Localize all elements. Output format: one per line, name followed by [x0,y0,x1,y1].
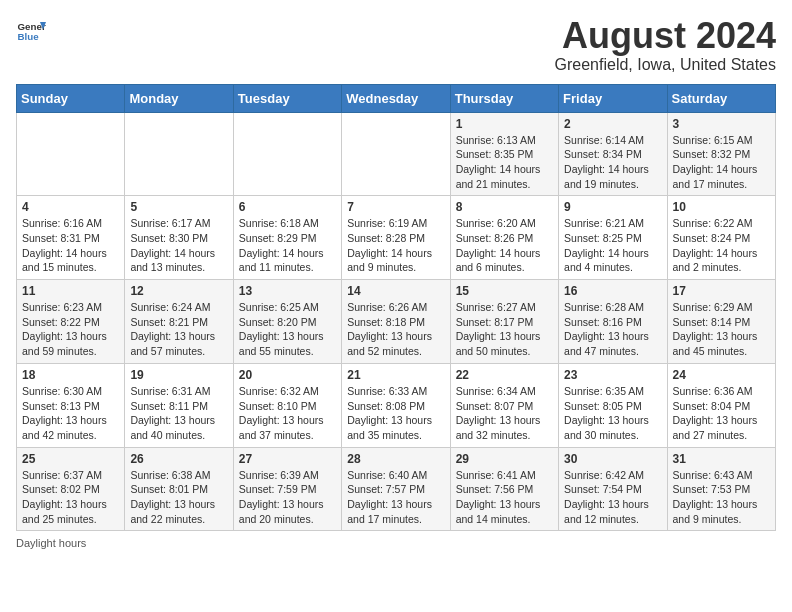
day-header-wednesday: Wednesday [342,84,450,112]
day-number: 7 [347,200,444,214]
day-number: 23 [564,368,661,382]
day-number: 9 [564,200,661,214]
day-number: 13 [239,284,336,298]
day-info: Sunrise: 6:19 AM Sunset: 8:28 PM Dayligh… [347,216,444,275]
day-info: Sunrise: 6:42 AM Sunset: 7:54 PM Dayligh… [564,468,661,527]
day-number: 21 [347,368,444,382]
day-number: 5 [130,200,227,214]
calendar-cell: 9Sunrise: 6:21 AM Sunset: 8:25 PM Daylig… [559,196,667,280]
day-info: Sunrise: 6:24 AM Sunset: 8:21 PM Dayligh… [130,300,227,359]
day-header-tuesday: Tuesday [233,84,341,112]
calendar-cell: 5Sunrise: 6:17 AM Sunset: 8:30 PM Daylig… [125,196,233,280]
day-number: 30 [564,452,661,466]
day-info: Sunrise: 6:16 AM Sunset: 8:31 PM Dayligh… [22,216,119,275]
day-info: Sunrise: 6:39 AM Sunset: 7:59 PM Dayligh… [239,468,336,527]
calendar-cell: 22Sunrise: 6:34 AM Sunset: 8:07 PM Dayli… [450,363,558,447]
day-info: Sunrise: 6:36 AM Sunset: 8:04 PM Dayligh… [673,384,770,443]
calendar-cell: 3Sunrise: 6:15 AM Sunset: 8:32 PM Daylig… [667,112,775,196]
day-info: Sunrise: 6:18 AM Sunset: 8:29 PM Dayligh… [239,216,336,275]
day-number: 10 [673,200,770,214]
day-header-saturday: Saturday [667,84,775,112]
day-info: Sunrise: 6:37 AM Sunset: 8:02 PM Dayligh… [22,468,119,527]
day-info: Sunrise: 6:21 AM Sunset: 8:25 PM Dayligh… [564,216,661,275]
calendar-cell: 7Sunrise: 6:19 AM Sunset: 8:28 PM Daylig… [342,196,450,280]
day-number: 4 [22,200,119,214]
calendar-cell: 23Sunrise: 6:35 AM Sunset: 8:05 PM Dayli… [559,363,667,447]
day-info: Sunrise: 6:27 AM Sunset: 8:17 PM Dayligh… [456,300,553,359]
day-header-friday: Friday [559,84,667,112]
day-info: Sunrise: 6:23 AM Sunset: 8:22 PM Dayligh… [22,300,119,359]
day-number: 16 [564,284,661,298]
day-info: Sunrise: 6:29 AM Sunset: 8:14 PM Dayligh… [673,300,770,359]
logo: General Blue [16,16,46,46]
day-number: 22 [456,368,553,382]
day-number: 25 [22,452,119,466]
calendar-cell: 27Sunrise: 6:39 AM Sunset: 7:59 PM Dayli… [233,447,341,531]
calendar-cell: 16Sunrise: 6:28 AM Sunset: 8:16 PM Dayli… [559,280,667,364]
day-number: 6 [239,200,336,214]
calendar-cell: 4Sunrise: 6:16 AM Sunset: 8:31 PM Daylig… [17,196,125,280]
day-info: Sunrise: 6:41 AM Sunset: 7:56 PM Dayligh… [456,468,553,527]
calendar-week-2: 4Sunrise: 6:16 AM Sunset: 8:31 PM Daylig… [17,196,776,280]
subtitle: Greenfield, Iowa, United States [555,56,776,74]
logo-icon: General Blue [16,16,46,46]
calendar-week-4: 18Sunrise: 6:30 AM Sunset: 8:13 PM Dayli… [17,363,776,447]
day-info: Sunrise: 6:35 AM Sunset: 8:05 PM Dayligh… [564,384,661,443]
calendar-cell: 21Sunrise: 6:33 AM Sunset: 8:08 PM Dayli… [342,363,450,447]
svg-text:Blue: Blue [18,31,40,42]
day-info: Sunrise: 6:34 AM Sunset: 8:07 PM Dayligh… [456,384,553,443]
calendar-cell [342,112,450,196]
calendar-cell: 15Sunrise: 6:27 AM Sunset: 8:17 PM Dayli… [450,280,558,364]
calendar-cell [17,112,125,196]
day-number: 1 [456,117,553,131]
day-info: Sunrise: 6:14 AM Sunset: 8:34 PM Dayligh… [564,133,661,192]
day-info: Sunrise: 6:38 AM Sunset: 8:01 PM Dayligh… [130,468,227,527]
calendar-week-5: 25Sunrise: 6:37 AM Sunset: 8:02 PM Dayli… [17,447,776,531]
day-number: 19 [130,368,227,382]
day-number: 31 [673,452,770,466]
day-info: Sunrise: 6:15 AM Sunset: 8:32 PM Dayligh… [673,133,770,192]
day-info: Sunrise: 6:28 AM Sunset: 8:16 PM Dayligh… [564,300,661,359]
calendar-cell [233,112,341,196]
day-info: Sunrise: 6:30 AM Sunset: 8:13 PM Dayligh… [22,384,119,443]
footer-label: Daylight hours [16,537,776,549]
calendar-cell: 10Sunrise: 6:22 AM Sunset: 8:24 PM Dayli… [667,196,775,280]
calendar-cell: 19Sunrise: 6:31 AM Sunset: 8:11 PM Dayli… [125,363,233,447]
day-number: 12 [130,284,227,298]
calendar-cell: 8Sunrise: 6:20 AM Sunset: 8:26 PM Daylig… [450,196,558,280]
page-header: General Blue August 2024 Greenfield, Iow… [16,16,776,74]
main-title: August 2024 [555,16,776,56]
calendar-header-row: SundayMondayTuesdayWednesdayThursdayFrid… [17,84,776,112]
day-number: 27 [239,452,336,466]
calendar-cell [125,112,233,196]
calendar-cell: 25Sunrise: 6:37 AM Sunset: 8:02 PM Dayli… [17,447,125,531]
day-number: 17 [673,284,770,298]
day-number: 20 [239,368,336,382]
calendar-cell: 2Sunrise: 6:14 AM Sunset: 8:34 PM Daylig… [559,112,667,196]
day-info: Sunrise: 6:22 AM Sunset: 8:24 PM Dayligh… [673,216,770,275]
day-number: 14 [347,284,444,298]
calendar-cell: 17Sunrise: 6:29 AM Sunset: 8:14 PM Dayli… [667,280,775,364]
calendar-cell: 28Sunrise: 6:40 AM Sunset: 7:57 PM Dayli… [342,447,450,531]
calendar-cell: 13Sunrise: 6:25 AM Sunset: 8:20 PM Dayli… [233,280,341,364]
day-info: Sunrise: 6:43 AM Sunset: 7:53 PM Dayligh… [673,468,770,527]
calendar-cell: 29Sunrise: 6:41 AM Sunset: 7:56 PM Dayli… [450,447,558,531]
day-info: Sunrise: 6:31 AM Sunset: 8:11 PM Dayligh… [130,384,227,443]
day-number: 29 [456,452,553,466]
day-number: 3 [673,117,770,131]
calendar-cell: 14Sunrise: 6:26 AM Sunset: 8:18 PM Dayli… [342,280,450,364]
day-info: Sunrise: 6:20 AM Sunset: 8:26 PM Dayligh… [456,216,553,275]
calendar-cell: 11Sunrise: 6:23 AM Sunset: 8:22 PM Dayli… [17,280,125,364]
day-number: 8 [456,200,553,214]
calendar-week-3: 11Sunrise: 6:23 AM Sunset: 8:22 PM Dayli… [17,280,776,364]
day-number: 18 [22,368,119,382]
day-info: Sunrise: 6:32 AM Sunset: 8:10 PM Dayligh… [239,384,336,443]
day-number: 2 [564,117,661,131]
day-number: 28 [347,452,444,466]
day-header-sunday: Sunday [17,84,125,112]
calendar-cell: 12Sunrise: 6:24 AM Sunset: 8:21 PM Dayli… [125,280,233,364]
day-header-monday: Monday [125,84,233,112]
day-info: Sunrise: 6:25 AM Sunset: 8:20 PM Dayligh… [239,300,336,359]
calendar-table: SundayMondayTuesdayWednesdayThursdayFrid… [16,84,776,532]
day-number: 26 [130,452,227,466]
